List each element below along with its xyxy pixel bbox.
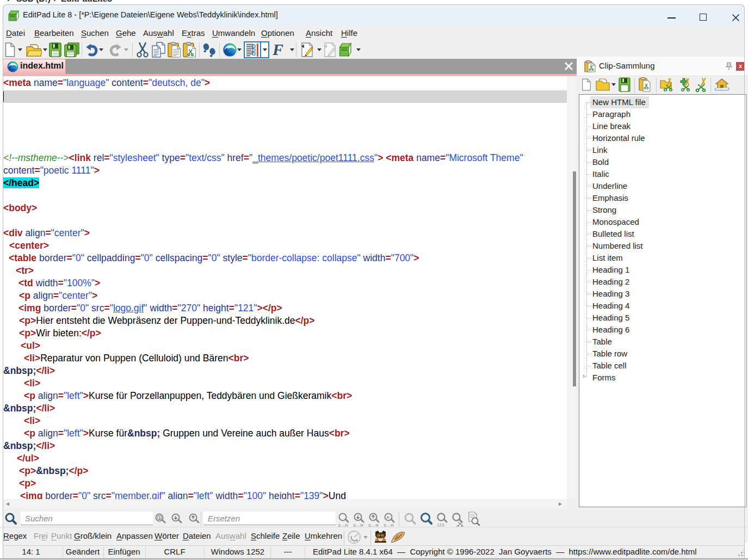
svg-text:1: 1 — [158, 515, 160, 520]
svg-text:A: A — [387, 515, 390, 520]
